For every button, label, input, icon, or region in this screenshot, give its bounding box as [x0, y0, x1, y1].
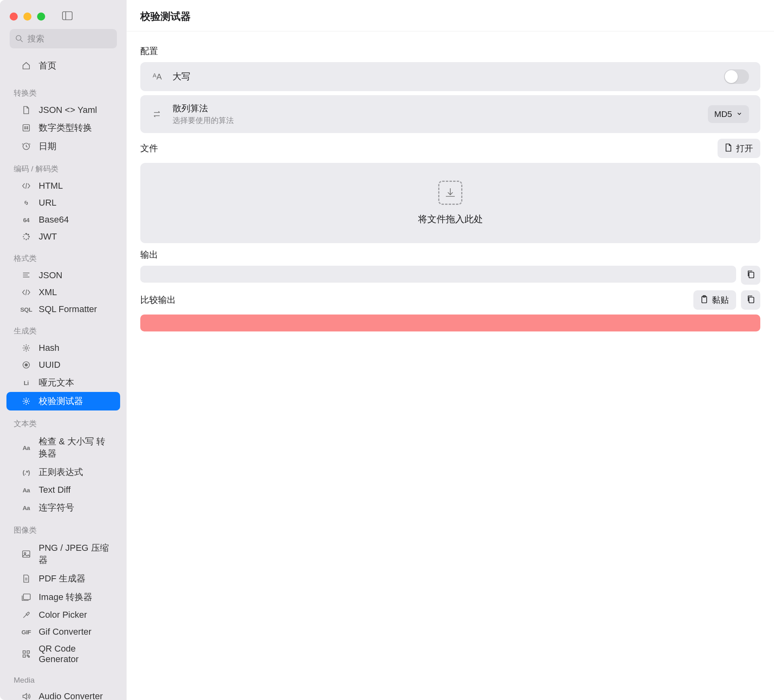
hash-icon — [21, 123, 31, 133]
sidebar-toggle-icon[interactable] — [62, 11, 73, 22]
copy-icon — [747, 270, 755, 281]
gif-icon: GIF — [21, 627, 31, 637]
nav-item-number-convert[interactable]: 数字类型转换 — [6, 119, 120, 137]
open-file-button[interactable]: 打开 — [718, 139, 760, 158]
nav-item-pdf[interactable]: PDF 生成器 — [6, 569, 120, 588]
nav-item-label: PDF 生成器 — [39, 573, 85, 585]
nav-section-header: 转换类 — [0, 80, 127, 102]
nav-item-label: Color Picker — [39, 610, 87, 620]
svg-point-9 — [28, 238, 29, 239]
file-dropzone[interactable]: 将文件拖入此处 — [140, 163, 760, 243]
config-uppercase-row: AA 大写 — [140, 62, 760, 91]
nav-item-label: 数字类型转换 — [39, 122, 92, 134]
nav-item-label: JSON — [39, 270, 62, 281]
nav-item-label: Image 转换器 — [39, 591, 92, 603]
clipboard-icon — [701, 295, 708, 305]
paste-button[interactable]: 黏贴 — [693, 290, 736, 310]
svg-rect-25 — [23, 594, 30, 600]
nav-item-regex[interactable]: (.*)正则表达式 — [6, 463, 120, 481]
uppercase-toggle[interactable] — [724, 69, 749, 84]
sql-icon: SQL — [21, 304, 31, 315]
svg-point-8 — [29, 236, 29, 237]
dropzone-label: 将文件拖入此处 — [418, 213, 483, 225]
nav-home-label: 首页 — [39, 60, 56, 72]
output-field[interactable] — [140, 266, 736, 283]
nav-item-case[interactable]: Aa检查 & 大小写 转换器 — [6, 432, 120, 463]
nav-item-label: Base64 — [39, 215, 69, 225]
nav-item-json[interactable]: JSON — [6, 267, 120, 284]
svg-rect-35 — [749, 297, 754, 303]
clock-icon — [21, 141, 31, 152]
svg-rect-30 — [28, 656, 29, 657]
nav-item-xml[interactable]: XML — [6, 284, 120, 301]
nav-section-header: 格式类 — [0, 245, 127, 267]
main-panel: 校验测试器 配置 AA 大写 散列算法 选择要使用的算法 — [127, 0, 774, 700]
copy-output-button[interactable] — [741, 266, 760, 285]
search-icon — [15, 35, 23, 43]
algorithm-sublabel: 选择要使用的算法 — [173, 115, 698, 126]
nav-item-label: UUID — [39, 360, 60, 370]
nav-item-label: Gif Converter — [39, 627, 92, 637]
nav-item-label: 正则表达式 — [39, 466, 83, 478]
aa-icon: Aa — [21, 485, 31, 495]
svg-rect-26 — [23, 651, 25, 653]
nav-item-jwt[interactable]: JWT — [6, 228, 120, 245]
nav-item-checksum[interactable]: 校验测试器 — [6, 392, 120, 410]
main-header: 校验测试器 — [127, 0, 774, 31]
image-icon — [21, 549, 31, 559]
nav-item-label: JWT — [39, 231, 57, 242]
lines-icon — [21, 270, 31, 281]
svg-line-3 — [21, 40, 23, 42]
nav-item-imgconv[interactable]: Image 转换器 — [6, 588, 120, 606]
close-window-button[interactable] — [10, 12, 18, 21]
nav-item-hyphen[interactable]: Aa连字符号 — [6, 498, 120, 517]
uppercase-label: 大写 — [173, 71, 714, 83]
nav-item-label: PNG / JPEG 压缩器 — [39, 542, 110, 566]
nav-item-date[interactable]: 日期 — [6, 137, 120, 156]
download-icon — [438, 181, 462, 205]
nav-item-label: Hash — [39, 343, 59, 353]
algorithm-select[interactable]: MD5 — [708, 105, 749, 123]
home-icon — [21, 60, 31, 71]
nav-item-textdiff[interactable]: AaText Diff — [6, 481, 120, 498]
sidebar: 搜索 首页 转换类JSON <> Yaml数字类型转换日期编码 / 解码类HTM… — [0, 0, 127, 700]
svg-rect-21 — [23, 551, 30, 557]
nav-item-sql[interactable]: SQLSQL Formatter — [6, 301, 120, 318]
nav-item-lorem[interactable]: Li哑元文本 — [6, 373, 120, 392]
nav-item-html[interactable]: HTML — [6, 177, 120, 194]
nav-item-hash[interactable]: Hash — [6, 340, 120, 356]
spinner-icon — [21, 231, 31, 242]
svg-point-17 — [25, 347, 27, 349]
nav-item-label: XML — [39, 287, 57, 298]
audio-icon — [21, 691, 31, 700]
titlebar — [0, 6, 127, 29]
svg-point-19 — [25, 364, 27, 366]
svg-rect-0 — [62, 12, 72, 20]
output-section-label: 输出 — [140, 249, 760, 261]
nav-item-json-yaml[interactable]: JSON <> Yaml — [6, 102, 120, 119]
file-section-label: 文件 — [140, 142, 158, 154]
svg-rect-32 — [749, 272, 754, 278]
nav-item-audio[interactable]: Audio Converter — [6, 688, 120, 700]
nav-item-uuid[interactable]: UUID — [6, 356, 120, 373]
nav-item-base64[interactable]: 64Base64 — [6, 211, 120, 228]
target-icon — [21, 360, 31, 370]
nav-item-url[interactable]: URL — [6, 194, 120, 211]
svg-point-20 — [25, 400, 27, 402]
nav-item-pngjpeg[interactable]: PNG / JPEG 压缩器 — [6, 539, 120, 569]
maximize-window-button[interactable] — [37, 12, 45, 21]
search-input[interactable]: 搜索 — [10, 29, 117, 48]
nav-item-qr[interactable]: QR Code Generator — [6, 640, 120, 668]
images-icon — [21, 592, 31, 602]
nav-item-colorpicker[interactable]: Color Picker — [6, 606, 120, 623]
page-title: 校验测试器 — [140, 10, 760, 23]
nav-home[interactable]: 首页 — [6, 56, 120, 75]
svg-point-12 — [23, 236, 23, 237]
algorithm-label: 散列算法 — [173, 102, 698, 115]
copy-compare-button[interactable] — [741, 290, 760, 310]
minimize-window-button[interactable] — [23, 12, 31, 21]
nav-item-gif[interactable]: GIFGif Converter — [6, 623, 120, 640]
eyedrop-icon — [21, 610, 31, 620]
compare-field[interactable] — [140, 315, 760, 331]
nav-item-label: QR Code Generator — [39, 644, 110, 665]
